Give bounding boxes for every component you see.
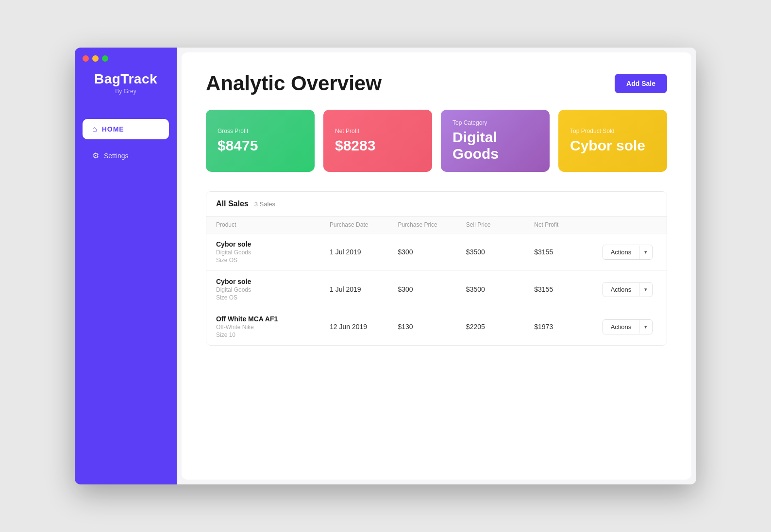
stat-card-top-category: Top Category Digital Goods: [441, 110, 550, 172]
stats-row: Gross Profit $8475 Net Profit $8283 Top …: [206, 110, 667, 172]
purchase-date: 1 Jul 2019: [330, 285, 398, 293]
top-product-label: Top Product Sold: [570, 128, 655, 134]
app-subtitle: By Grey: [115, 88, 136, 95]
product-info: Off White MCA AF1 Off-White Nike Size 10: [216, 315, 330, 338]
purchase-price: $130: [398, 323, 466, 331]
home-icon: ⌂: [92, 125, 97, 133]
traffic-light-yellow[interactable]: [92, 55, 99, 62]
page-header: Analytic Overview Add Sale: [206, 72, 667, 95]
table-row: Off White MCA AF1 Off-White Nike Size 10…: [206, 308, 667, 345]
net-profit-label: Net Profit: [335, 128, 420, 134]
product-name: Cybor sole: [216, 240, 330, 248]
actions-button[interactable]: Actions ▾: [603, 282, 653, 297]
table-row: Cybor sole Digital Goods Size OS 1 Jul 2…: [206, 271, 667, 308]
sidebar-item-settings[interactable]: ⚙ Settings: [83, 145, 169, 166]
col-sell-price: Sell Price: [466, 221, 534, 228]
net-profit-value: $8283: [335, 137, 420, 154]
sidebar-brand: BagTrack By Grey: [94, 71, 157, 95]
add-sale-button[interactable]: Add Sale: [615, 74, 667, 93]
actions-cell: Actions ▾: [603, 319, 657, 334]
stat-card-gross-profit: Gross Profit $8475: [206, 110, 315, 172]
actions-label: Actions: [603, 245, 639, 259]
product-info: Cybor sole Digital Goods Size OS: [216, 278, 330, 301]
gross-profit-label: Gross Profit: [218, 128, 303, 134]
col-actions: [603, 221, 657, 228]
purchase-date: 1 Jul 2019: [330, 248, 398, 256]
product-size: Size OS: [216, 294, 330, 301]
purchase-date: 12 Jun 2019: [330, 323, 398, 331]
product-category: Off-White Nike: [216, 324, 330, 331]
actions-cell: Actions ▾: [603, 245, 657, 260]
top-category-label: Top Category: [453, 119, 538, 126]
purchase-price: $300: [398, 285, 466, 293]
chevron-down-icon: ▾: [639, 283, 652, 296]
net-profit: $3155: [534, 285, 602, 293]
traffic-lights: [75, 48, 177, 66]
app-window: BagTrack By Grey ⌂ HOME ⚙ Settings Analy…: [75, 48, 696, 484]
net-profit: $1973: [534, 323, 602, 331]
table-title: All Sales: [216, 200, 249, 208]
settings-label: Settings: [104, 152, 129, 160]
stat-card-net-profit: Net Profit $8283: [323, 110, 432, 172]
app-name: BagTrack: [94, 71, 157, 87]
col-net-profit: Net Profit: [534, 221, 602, 228]
sell-price: $2205: [466, 323, 534, 331]
page-title: Analytic Overview: [206, 72, 382, 95]
sidebar-nav: ⌂ HOME ⚙ Settings: [75, 119, 177, 166]
home-label: HOME: [102, 125, 124, 133]
main-content: Analytic Overview Add Sale Gross Profit …: [182, 52, 691, 480]
top-product-value: Cybor sole: [570, 137, 655, 154]
chevron-down-icon: ▾: [639, 246, 652, 259]
top-category-value: Digital Goods: [453, 129, 538, 162]
stat-card-top-product: Top Product Sold Cybor sole: [558, 110, 667, 172]
purchase-price: $300: [398, 248, 466, 256]
product-category: Digital Goods: [216, 286, 330, 293]
actions-cell: Actions ▾: [603, 282, 657, 297]
sell-price: $3500: [466, 285, 534, 293]
gross-profit-value: $8475: [218, 137, 303, 154]
settings-icon: ⚙: [92, 151, 99, 160]
table-header: All Sales 3 Sales: [206, 192, 667, 216]
product-info: Cybor sole Digital Goods Size OS: [216, 240, 330, 264]
col-purchase-date: Purchase Date: [330, 221, 398, 228]
table-count: 3 Sales: [254, 200, 275, 208]
col-purchase-price: Purchase Price: [398, 221, 466, 228]
product-name: Cybor sole: [216, 278, 330, 285]
sell-price: $3500: [466, 248, 534, 256]
table-col-headers: Product Purchase Date Purchase Price Sel…: [206, 216, 667, 233]
product-category: Digital Goods: [216, 249, 330, 256]
sales-table: All Sales 3 Sales Product Purchase Date …: [206, 191, 667, 346]
actions-button[interactable]: Actions ▾: [603, 319, 653, 334]
actions-label: Actions: [603, 320, 639, 334]
chevron-down-icon: ▾: [639, 320, 652, 333]
actions-label: Actions: [603, 283, 639, 297]
product-name: Off White MCA AF1: [216, 315, 330, 323]
col-product: Product: [216, 221, 330, 228]
sidebar: BagTrack By Grey ⌂ HOME ⚙ Settings: [75, 48, 177, 484]
actions-button[interactable]: Actions ▾: [603, 245, 653, 260]
net-profit: $3155: [534, 248, 602, 256]
traffic-light-red[interactable]: [83, 55, 89, 62]
sidebar-item-home[interactable]: ⌂ HOME: [83, 119, 169, 139]
product-size: Size 10: [216, 332, 330, 338]
product-size: Size OS: [216, 257, 330, 264]
traffic-light-green[interactable]: [102, 55, 108, 62]
table-row: Cybor sole Digital Goods Size OS 1 Jul 2…: [206, 233, 667, 271]
